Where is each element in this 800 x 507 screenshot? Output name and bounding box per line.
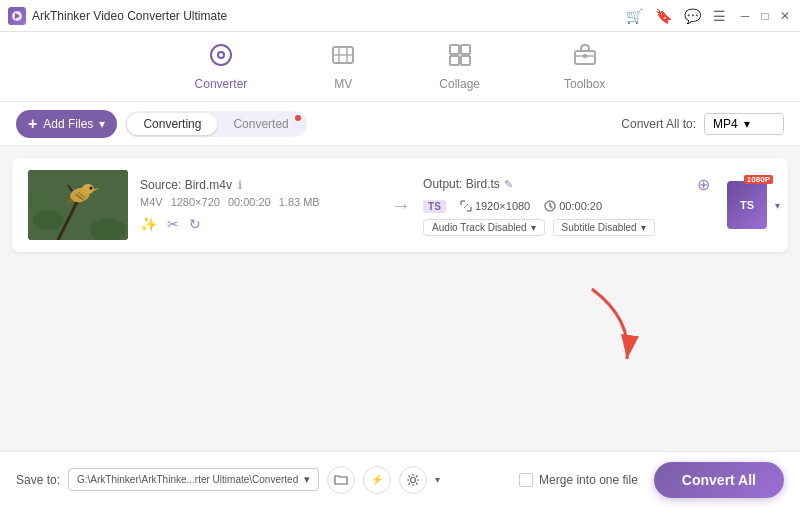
audio-dropdown-icon: ▾ bbox=[531, 222, 536, 233]
svg-point-17 bbox=[82, 184, 94, 194]
file-meta: M4V 1280×720 00:00:20 1.83 MB bbox=[140, 196, 379, 208]
merge-checkbox-section: Merge into one file bbox=[519, 473, 638, 487]
bottom-right: Merge into one file Convert All bbox=[519, 462, 784, 498]
converter-label: Converter bbox=[195, 77, 248, 91]
add-files-dropdown-icon: ▾ bbox=[99, 117, 105, 131]
toolbar: + Add Files ▾ Converting Converted Conve… bbox=[0, 102, 800, 146]
subtitle-label: Subtitle Disabled bbox=[562, 222, 637, 233]
save-to-section: Save to: G:\ArkThinker\ArkThinke...rter … bbox=[16, 466, 440, 494]
svg-rect-7 bbox=[461, 45, 470, 54]
audio-track-label: Audio Track Disabled bbox=[432, 222, 527, 233]
converter-icon bbox=[209, 43, 233, 73]
output-info: Output: Bird.ts ✎ ⊕ TS 1920×1080 bbox=[423, 175, 710, 236]
tab-converting[interactable]: Converting bbox=[127, 113, 217, 135]
nav-collage[interactable]: Collage bbox=[427, 37, 492, 97]
output-format-badge: TS bbox=[423, 200, 446, 213]
file-actions: ✨ ✂ ↻ bbox=[140, 216, 379, 232]
format-selector[interactable]: MP4 ▾ bbox=[704, 113, 784, 135]
toolbar-left: + Add Files ▾ Converting Converted bbox=[16, 110, 307, 138]
file-size: 1.83 MB bbox=[279, 196, 320, 208]
minimize-button[interactable]: ─ bbox=[738, 9, 752, 23]
file-resolution: 1280×720 bbox=[171, 196, 220, 208]
output-name-row: Output: Bird.ts ✎ ⊕ bbox=[423, 175, 710, 194]
svg-rect-6 bbox=[450, 45, 459, 54]
tab-converted[interactable]: Converted bbox=[217, 113, 304, 135]
folder-icon bbox=[334, 473, 348, 487]
convert-all-button[interactable]: Convert All bbox=[654, 462, 784, 498]
arrow-icon: → bbox=[391, 194, 411, 217]
mv-label: MV bbox=[334, 77, 352, 91]
mv-icon bbox=[331, 43, 355, 73]
format-box-label: TS bbox=[740, 199, 754, 211]
converted-dot bbox=[295, 115, 301, 121]
settings-button-2[interactable] bbox=[399, 466, 427, 494]
settings-button-1[interactable]: ⚡ bbox=[363, 466, 391, 494]
main-wrapper: Source: Bird.m4v ℹ M4V 1280×720 00:00:20… bbox=[0, 146, 800, 451]
settings-dropdown-icon: ▾ bbox=[435, 474, 440, 485]
add-files-label: Add Files bbox=[43, 117, 93, 131]
info-icon[interactable]: ℹ bbox=[238, 179, 242, 192]
plus-icon: + bbox=[28, 115, 37, 133]
nav-mv[interactable]: MV bbox=[319, 37, 367, 97]
format-dropdown-icon: ▾ bbox=[744, 117, 750, 131]
gear-icon bbox=[406, 473, 420, 487]
file-duration: 00:00:20 bbox=[228, 196, 271, 208]
merge-checkbox[interactable] bbox=[519, 473, 533, 487]
output-meta: TS 1920×1080 00:00:20 bbox=[423, 200, 710, 213]
bottom-icons: ⚡ ▾ bbox=[327, 466, 440, 494]
save-path[interactable]: G:\ArkThinker\ArkThinke...rter Ultimate\… bbox=[68, 468, 319, 491]
menu-icon[interactable]: ☰ bbox=[713, 8, 726, 24]
nav-toolbox[interactable]: Toolbox bbox=[552, 37, 617, 97]
svg-point-4 bbox=[219, 53, 223, 57]
main-content: Source: Bird.m4v ℹ M4V 1280×720 00:00:20… bbox=[0, 146, 800, 451]
nav-bar: Converter MV Collage bbox=[0, 32, 800, 102]
svg-point-23 bbox=[33, 210, 63, 230]
close-button[interactable]: ✕ bbox=[778, 9, 792, 23]
collage-label: Collage bbox=[439, 77, 480, 91]
save-path-value: G:\ArkThinker\ArkThinke...rter Ultimate\… bbox=[77, 474, 298, 485]
resize-icon bbox=[460, 200, 472, 212]
source-label: Source: Bird.m4v bbox=[140, 178, 232, 192]
format-preview: 1080P TS ▾ bbox=[722, 181, 772, 229]
chat-icon[interactable]: 💬 bbox=[684, 8, 701, 24]
arrow-col: → bbox=[391, 194, 411, 217]
save-to-label: Save to: bbox=[16, 473, 60, 487]
bottom-bar: Save to: G:\ArkThinker\ArkThinke...rter … bbox=[0, 451, 800, 507]
output-duration: 00:00:20 bbox=[559, 200, 602, 212]
convert-all-to-label: Convert All to: bbox=[621, 117, 696, 131]
source-row: Source: Bird.m4v ℹ bbox=[140, 178, 379, 192]
cut-icon[interactable]: ✂ bbox=[167, 216, 179, 232]
bookmark-icon[interactable]: 🔖 bbox=[655, 8, 672, 24]
collage-icon bbox=[448, 43, 472, 73]
open-folder-button[interactable] bbox=[327, 466, 355, 494]
output-label: Output: Bird.ts bbox=[423, 177, 500, 191]
file-card: Source: Bird.m4v ℹ M4V 1280×720 00:00:20… bbox=[12, 158, 788, 252]
output-duration-item: 00:00:20 bbox=[544, 200, 602, 212]
sparkle-icon[interactable]: ✨ bbox=[140, 216, 157, 232]
svg-rect-11 bbox=[583, 54, 587, 58]
cart-icon[interactable]: 🛒 bbox=[626, 8, 643, 24]
edit-icon[interactable]: ✎ bbox=[504, 178, 513, 191]
settings-icon-1: ⚡ bbox=[371, 474, 383, 485]
window-controls: ─ □ ✕ bbox=[738, 9, 792, 23]
format-box-dropdown[interactable]: ▾ bbox=[775, 200, 780, 211]
audio-track-dropdown[interactable]: Audio Track Disabled ▾ bbox=[423, 219, 545, 236]
svg-point-21 bbox=[90, 187, 93, 190]
subtitle-dropdown[interactable]: Subtitle Disabled ▾ bbox=[553, 219, 655, 236]
output-name: Output: Bird.ts ✎ bbox=[423, 177, 513, 191]
tab-group: Converting Converted bbox=[125, 111, 306, 137]
svg-rect-9 bbox=[461, 56, 470, 65]
nav-converter[interactable]: Converter bbox=[183, 37, 260, 97]
format-badge-1080p: 1080P bbox=[744, 175, 773, 184]
subtitle-dropdown-icon: ▾ bbox=[641, 222, 646, 233]
add-files-button[interactable]: + Add Files ▾ bbox=[16, 110, 117, 138]
maximize-button[interactable]: □ bbox=[758, 9, 772, 23]
file-thumbnail bbox=[28, 170, 128, 240]
toolbar-right: Convert All to: MP4 ▾ bbox=[621, 113, 784, 135]
svg-rect-8 bbox=[450, 56, 459, 65]
title-bar-left: ArkThinker Video Converter Ultimate bbox=[8, 7, 227, 25]
add-output-icon[interactable]: ⊕ bbox=[697, 175, 710, 194]
refresh-icon[interactable]: ↻ bbox=[189, 216, 201, 232]
format-selected-value: MP4 bbox=[713, 117, 738, 131]
title-bar-right: 🛒 🔖 💬 ☰ ─ □ ✕ bbox=[626, 8, 792, 24]
